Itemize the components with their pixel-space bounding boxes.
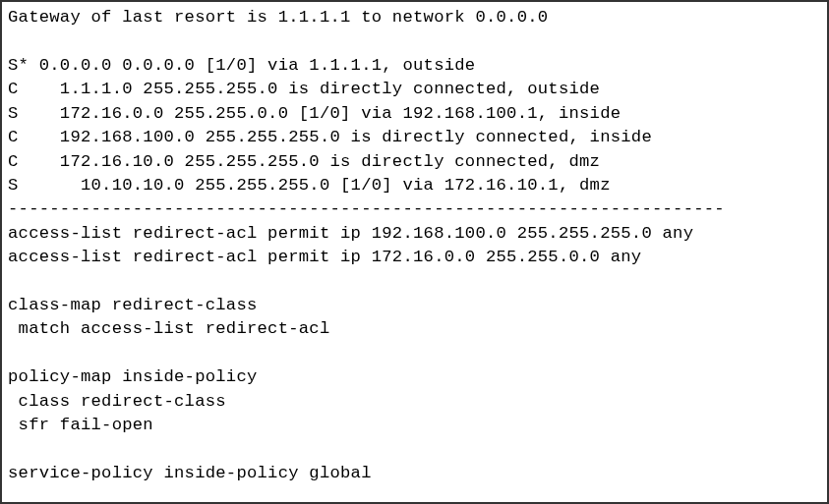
route-line: C 1.1.1.0 255.255.255.0 is directly conn… [8,80,600,98]
route-line: S 172.16.0.0 255.255.0.0 [1/0] via 192.1… [8,104,621,123]
service-policy-line: service-policy inside-policy global [8,464,372,482]
acl-line: access-list redirect-acl permit ip 172.1… [8,248,641,266]
route-line: S 10.10.10.0 255.255.255.0 [1/0] via 172… [8,176,611,195]
separator-line: ----------------------------------------… [8,199,725,218]
class-map-match: match access-list redirect-acl [8,319,330,338]
route-line: S* 0.0.0.0 0.0.0.0 [1/0] via 1.1.1.1, ou… [8,56,475,75]
policy-map-class: class redirect-class [8,392,226,411]
policy-map-sfr: sfr fail-open [8,416,153,434]
policy-map-header: policy-map inside-policy [8,367,258,386]
route-line: C 172.16.10.0 255.255.255.0 is directly … [8,152,600,171]
route-line: C 192.168.100.0 255.255.255.0 is directl… [8,128,652,146]
class-map-header: class-map redirect-class [8,296,258,314]
gateway-line: Gateway of last resort is 1.1.1.1 to net… [8,8,548,27]
cli-output-box: Gateway of last resort is 1.1.1.1 to net… [0,0,829,504]
acl-line: access-list redirect-acl permit ip 192.1… [8,224,693,243]
